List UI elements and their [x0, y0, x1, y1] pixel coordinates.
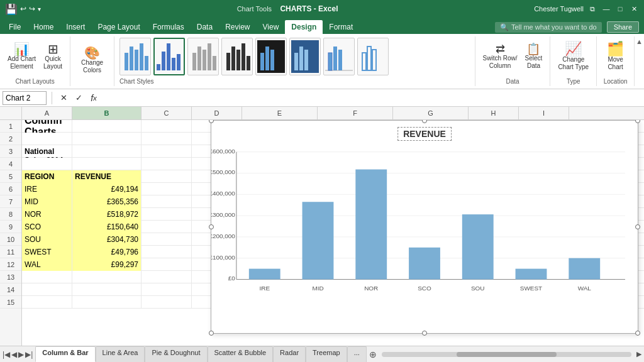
tab-home[interactable]: Home: [27, 20, 60, 34]
add-sheet-btn[interactable]: ⊕: [367, 346, 379, 362]
sheet-tab-scatter-bubble[interactable]: Scatter & Bubble: [208, 346, 274, 362]
chart-style-3[interactable]: [187, 38, 219, 75]
scrollbar-thumb[interactable]: [457, 352, 557, 357]
sheet-tab-radar[interactable]: Radar: [273, 346, 306, 362]
chart-handle-bm[interactable]: [422, 331, 427, 336]
chart-style-1[interactable]: [119, 38, 151, 75]
cell-a7[interactable]: MID: [22, 195, 72, 208]
cancel-formula-btn[interactable]: ✕: [57, 92, 70, 104]
tab-data[interactable]: Data: [191, 20, 219, 34]
cell-a11[interactable]: SWEST: [22, 246, 72, 258]
col-header-f[interactable]: F: [318, 107, 393, 119]
change-colors-btn[interactable]: 🎨 ChangeColors: [79, 45, 106, 75]
function-btn[interactable]: fx: [87, 92, 100, 104]
sheet-tab-treemap[interactable]: Treemap: [306, 346, 347, 362]
name-box[interactable]: [3, 91, 47, 105]
col-header-g[interactable]: G: [393, 107, 469, 119]
tab-view[interactable]: View: [257, 20, 286, 34]
chart-style-8[interactable]: [357, 38, 389, 75]
cell-c9[interactable]: [142, 221, 192, 233]
change-chart-type-btn[interactable]: 📈 ChangeChart Type: [555, 41, 591, 72]
chart-style-2[interactable]: [153, 38, 185, 75]
cell-a8[interactable]: NOR: [22, 208, 72, 221]
cell-c1[interactable]: [142, 120, 192, 133]
cell-c10[interactable]: [142, 233, 192, 246]
tab-nav-next[interactable]: ▶: [18, 350, 24, 359]
cell-c6[interactable]: [142, 183, 192, 195]
chart-handle-bl[interactable]: [209, 331, 214, 336]
chart-style-7[interactable]: [323, 38, 355, 75]
cell-a10[interactable]: SOU: [22, 233, 72, 246]
tab-insert[interactable]: Insert: [60, 20, 91, 34]
cell-c2[interactable]: [142, 133, 192, 145]
search-box[interactable]: 🔍 Tell me what you want to do: [495, 22, 602, 33]
cell-a1[interactable]: Column Charts: [22, 120, 72, 133]
tab-format[interactable]: Format: [323, 20, 359, 34]
h-scrollbar[interactable]: [379, 346, 634, 362]
cell-b10[interactable]: £304,730: [72, 233, 142, 246]
cell-c11[interactable]: [142, 246, 192, 258]
cell-a6[interactable]: IRE: [22, 183, 72, 195]
confirm-formula-btn[interactable]: ✓: [72, 92, 85, 104]
cell-b8[interactable]: £518,972: [72, 208, 142, 221]
cell-b3[interactable]: [72, 145, 142, 158]
cell-c8[interactable]: [142, 208, 192, 221]
cell-c7[interactable]: [142, 195, 192, 208]
chart-handle-ml[interactable]: [209, 224, 214, 229]
tab-review[interactable]: Review: [219, 20, 256, 34]
tab-page-layout[interactable]: Page Layout: [91, 20, 146, 34]
cell-a4[interactable]: [22, 158, 72, 170]
tab-design[interactable]: Design: [285, 20, 323, 34]
share-btn[interactable]: Share: [607, 21, 639, 33]
col-header-b[interactable]: B: [72, 107, 142, 119]
cell-a3[interactable]: ABC Ltd National Sales 2014: [22, 145, 72, 158]
maximize-btn[interactable]: □: [615, 4, 625, 14]
sheet-tab-more[interactable]: ...: [347, 346, 367, 362]
cell-a5[interactable]: REGION: [22, 170, 72, 183]
tab-formulas[interactable]: Formulas: [147, 20, 191, 34]
undo-btn[interactable]: ↩: [20, 4, 26, 13]
cell-b1[interactable]: [72, 120, 142, 133]
cell-b7[interactable]: £365,356: [72, 195, 142, 208]
restore-btn[interactable]: ⧉: [587, 4, 597, 14]
cell-c4[interactable]: [142, 158, 192, 170]
cell-b4[interactable]: [72, 158, 142, 170]
switch-row-col-btn[interactable]: ⇄ Switch Row/Column: [480, 42, 520, 71]
select-data-btn[interactable]: 📋 SelectData: [523, 42, 545, 71]
cell-b2[interactable]: [72, 133, 142, 145]
cell-c12[interactable]: [142, 258, 192, 271]
col-header-i[interactable]: I: [519, 107, 569, 119]
tab-nav-prev[interactable]: ◀: [11, 350, 17, 359]
formula-input[interactable]: [103, 91, 641, 105]
col-header-h[interactable]: H: [469, 107, 519, 119]
cell-b9[interactable]: £150,640: [72, 221, 142, 233]
tab-nav-last[interactable]: ▶|: [25, 350, 33, 359]
sheet-tab-column-bar[interactable]: Column & Bar: [35, 346, 95, 362]
col-header-d[interactable]: D: [192, 107, 242, 119]
cell-b5[interactable]: REVENUE: [72, 170, 142, 183]
chart-style-6[interactable]: [289, 38, 321, 75]
cell-c3[interactable]: [142, 145, 192, 158]
chart-style-4[interactable]: [221, 38, 253, 75]
move-chart-btn[interactable]: 🗂️ MoveChart: [604, 41, 626, 72]
redo-btn[interactable]: ↪: [29, 4, 35, 13]
sheet-tab-pie-doughnut[interactable]: Pie & Doughnut: [145, 346, 207, 362]
tab-file[interactable]: File: [3, 20, 27, 34]
cell-a9[interactable]: SCO: [22, 221, 72, 233]
ribbon-collapse-btn[interactable]: ▲: [635, 36, 644, 86]
chart-handle-br[interactable]: [635, 331, 640, 336]
sheet-tab-line-area[interactable]: Line & Area: [96, 346, 145, 362]
cell-a2[interactable]: [22, 133, 72, 145]
cell-b6[interactable]: £49,194: [72, 183, 142, 195]
chart-title[interactable]: REVENUE: [397, 127, 452, 141]
col-header-e[interactable]: E: [242, 107, 318, 119]
minimize-btn[interactable]: —: [601, 4, 611, 14]
col-header-a[interactable]: A: [22, 107, 72, 119]
col-header-c[interactable]: C: [142, 107, 192, 119]
cell-b11[interactable]: £49,796: [72, 246, 142, 258]
cell-a12[interactable]: WAL: [22, 258, 72, 271]
cell-b12[interactable]: £99,297: [72, 258, 142, 271]
scroll-arrow-right[interactable]: ▶: [634, 346, 644, 362]
close-btn[interactable]: ✕: [629, 4, 639, 14]
add-chart-element-btn[interactable]: 📊 Add ChartElement: [5, 41, 38, 72]
